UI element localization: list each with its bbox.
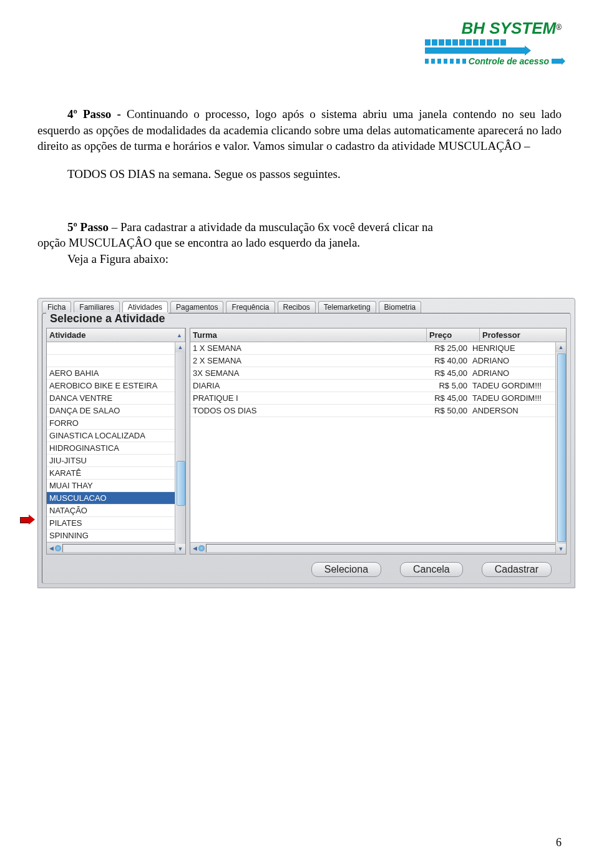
table-row[interactable]: TODOS OS DIASR$ 50,00ANDERSON <box>190 405 556 417</box>
turma-vertical-scrollbar[interactable]: ▲ ▼ <box>555 342 566 554</box>
paragraph-step-5-cont: opção MUSCULAÇÂO que se encontra ao lado… <box>37 235 562 251</box>
logo-bars-icon <box>425 39 562 46</box>
list-item[interactable] <box>47 342 175 355</box>
tab-frequencia[interactable]: Frequência <box>226 301 275 313</box>
list-item[interactable]: JIU-JITSU <box>47 455 175 467</box>
list-item[interactable]: GINASTICA LOCALIZADA <box>47 430 175 442</box>
group-title: Selecione a Atividade <box>46 312 168 325</box>
tab-recibos[interactable]: Recibos <box>278 301 316 313</box>
scrollbar-thumb[interactable] <box>557 353 566 542</box>
table-row[interactable]: 3X SEMANAR$ 45,00ADRIANO <box>190 367 556 380</box>
scroll-indicator-icon <box>198 545 205 551</box>
list-item[interactable]: AERO BAHIA <box>47 367 175 380</box>
scroll-left-icon[interactable]: ◀ <box>49 545 54 551</box>
logo-small-arrow-icon <box>552 59 562 64</box>
list-item[interactable]: SPINNING <box>47 530 175 542</box>
list-item[interactable]: MUAI THAY <box>47 480 175 492</box>
atividade-vertical-scrollbar[interactable]: ▲ ▼ <box>175 342 185 554</box>
list-item[interactable]: AEROBICO BIKE E ESTEIRA <box>47 380 175 392</box>
list-item[interactable]: PILATES <box>47 517 175 530</box>
brand-logo: BH SYSTEM® Controle de acesso <box>425 19 562 66</box>
scroll-up-icon[interactable]: ▲ <box>175 342 185 352</box>
table-row[interactable]: 1 X SEMANAR$ 25,00HENRIQUE <box>190 342 556 355</box>
scroll-left-icon[interactable]: ◀ <box>193 545 197 551</box>
tab-familiares[interactable]: Familiares <box>74 301 119 313</box>
scrollbar-thumb[interactable] <box>177 461 185 506</box>
turma-horizontal-scrollbar[interactable]: ◀ ▶ <box>190 542 566 554</box>
logo-text: BH SYSTEM <box>461 19 556 37</box>
tab-atividades[interactable]: Atividades <box>122 301 168 313</box>
paragraph-step-4: 4º Passo - Continuando o processo, logo … <box>37 106 562 154</box>
cadastrar-button[interactable]: Cadastrar <box>482 562 552 577</box>
list-item[interactable]: KARATÊ <box>47 467 175 480</box>
list-item[interactable]: NATAÇÃO <box>47 505 175 517</box>
paragraph-step-5: 5º Passo – Para cadastrar a atividade da… <box>37 219 562 235</box>
paragraph-step-4-cont: TODOS OS DIAS na semana. Segue os passos… <box>67 166 562 182</box>
list-item[interactable]: HIDROGINASTICA <box>47 442 175 455</box>
list-item[interactable]: FORRO <box>47 417 175 430</box>
list-item[interactable]: DANCA VENTRE <box>47 392 175 405</box>
tab-telemarketing[interactable]: Telemarketing <box>318 301 376 313</box>
scroll-down-icon[interactable]: ▼ <box>175 544 185 554</box>
list-item[interactable]: MUSCULACAO <box>47 492 175 505</box>
col-header-professor[interactable]: Professor <box>480 328 566 342</box>
atividade-list[interactable]: Atividade ▲ AERO BAHIAAEROBICO BIKE E ES… <box>46 328 186 555</box>
page-number: 6 <box>556 836 562 849</box>
select-activity-group: Selecione a Atividade Atividade ▲ AERO B… <box>42 313 571 584</box>
scroll-down-icon[interactable]: ▼ <box>556 544 566 554</box>
table-row[interactable]: DIARIAR$ 5,00TADEU GORDIM!!! <box>190 380 556 392</box>
tab-ficha[interactable]: Ficha <box>42 301 71 313</box>
paragraph-see-figure: Veja a Figura abaixo: <box>67 251 562 267</box>
col-header-preco[interactable]: Preço <box>427 328 480 342</box>
seleciona-button[interactable]: Seleciona <box>311 562 381 577</box>
cancela-button[interactable]: Cancela <box>400 562 463 577</box>
table-row[interactable]: PRATIQUE IR$ 45,00TADEU GORDIM!!! <box>190 392 556 405</box>
red-pointer-arrow-icon <box>20 515 35 524</box>
scroll-up-icon[interactable]: ▲ <box>556 342 566 352</box>
activity-dialog: Ficha Familiares Atividades Pagamentos F… <box>37 298 575 588</box>
list-item[interactable] <box>47 355 175 367</box>
tab-biometria[interactable]: Biometria <box>379 301 422 313</box>
col-header-turma[interactable]: Turma <box>190 328 427 342</box>
logo-arrow-icon <box>425 47 525 54</box>
logo-tagline-row: Controle de acesso <box>425 56 562 66</box>
sort-asc-icon: ▲ <box>177 332 182 338</box>
table-row[interactable]: 2 X SEMANAR$ 40,00ADRIANO <box>190 355 556 367</box>
col-header-atividade[interactable]: Atividade ▲ <box>47 328 185 342</box>
tab-bar: Ficha Familiares Atividades Pagamentos F… <box>38 298 575 313</box>
tab-pagamentos[interactable]: Pagamentos <box>170 301 223 313</box>
list-item[interactable]: DANÇA DE SALAO <box>47 405 175 417</box>
turma-table[interactable]: Turma Preço Professor 1 X SEMANAR$ 25,00… <box>190 328 567 555</box>
atividade-horizontal-scrollbar[interactable]: ◀ ▶ <box>47 542 185 554</box>
registered-mark-icon: ® <box>556 23 562 32</box>
logo-tagline: Controle de acesso <box>469 56 549 66</box>
scroll-indicator-icon <box>55 545 61 551</box>
